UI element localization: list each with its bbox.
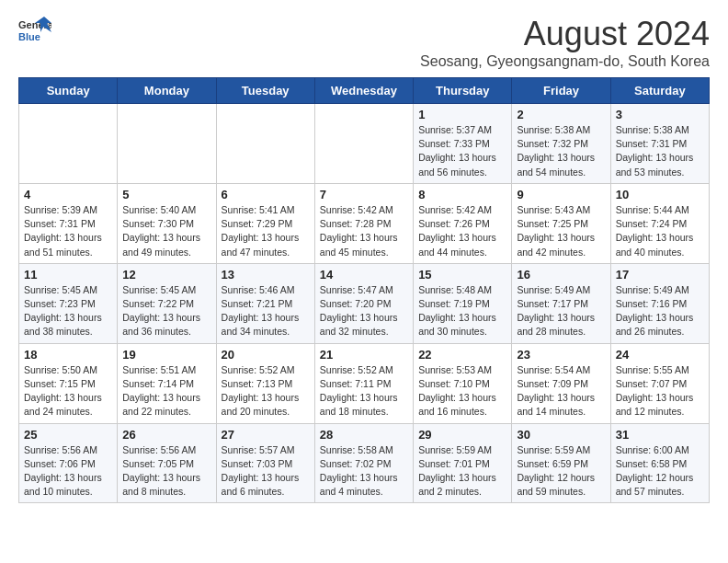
calendar-cell: 25Sunrise: 5:56 AM Sunset: 7:06 PM Dayli… — [19, 423, 118, 503]
title-area: August 2024 Seosang, Gyeongsangnam-do, S… — [420, 15, 710, 70]
day-info: Sunrise: 5:44 AM Sunset: 7:24 PM Dayligh… — [616, 203, 704, 259]
day-number: 17 — [616, 268, 704, 282]
calendar-cell: 15Sunrise: 5:48 AM Sunset: 7:19 PM Dayli… — [414, 263, 512, 343]
calendar-cell: 24Sunrise: 5:55 AM Sunset: 7:07 PM Dayli… — [610, 343, 709, 423]
header: General Blue August 2024 Seosang, Gyeong… — [18, 15, 710, 70]
calendar-body: 1Sunrise: 5:37 AM Sunset: 7:33 PM Daylig… — [19, 104, 710, 503]
calendar-cell: 23Sunrise: 5:54 AM Sunset: 7:09 PM Dayli… — [512, 343, 610, 423]
calendar-cell: 28Sunrise: 5:58 AM Sunset: 7:02 PM Dayli… — [314, 423, 413, 503]
day-info: Sunrise: 5:50 AM Sunset: 7:15 PM Dayligh… — [24, 363, 112, 419]
day-info: Sunrise: 5:38 AM Sunset: 7:31 PM Dayligh… — [616, 123, 704, 179]
day-number: 3 — [616, 108, 704, 121]
day-number: 12 — [122, 268, 210, 282]
day-number: 29 — [418, 428, 506, 442]
day-number: 1 — [418, 108, 506, 121]
calendar-cell: 18Sunrise: 5:50 AM Sunset: 7:15 PM Dayli… — [19, 343, 118, 423]
calendar-cell: 22Sunrise: 5:53 AM Sunset: 7:10 PM Dayli… — [414, 343, 512, 423]
day-info: Sunrise: 5:52 AM Sunset: 7:13 PM Dayligh… — [222, 363, 310, 419]
month-title: August 2024 — [420, 15, 710, 53]
day-info: Sunrise: 5:45 AM Sunset: 7:22 PM Dayligh… — [122, 283, 210, 339]
calendar-cell — [216, 104, 314, 184]
day-number: 14 — [320, 268, 408, 282]
day-info: Sunrise: 5:41 AM Sunset: 7:29 PM Dayligh… — [222, 203, 310, 259]
calendar-cell: 8Sunrise: 5:42 AM Sunset: 7:26 PM Daylig… — [414, 183, 512, 263]
day-info: Sunrise: 5:45 AM Sunset: 7:23 PM Dayligh… — [24, 283, 112, 339]
calendar-cell: 17Sunrise: 5:49 AM Sunset: 7:16 PM Dayli… — [610, 263, 709, 343]
calendar-cell: 13Sunrise: 5:46 AM Sunset: 7:21 PM Dayli… — [216, 263, 314, 343]
day-info: Sunrise: 6:00 AM Sunset: 6:58 PM Dayligh… — [616, 443, 704, 500]
day-info: Sunrise: 5:58 AM Sunset: 7:02 PM Dayligh… — [320, 443, 408, 500]
day-number: 13 — [222, 268, 310, 282]
day-number: 6 — [222, 188, 310, 201]
calendar-cell: 27Sunrise: 5:57 AM Sunset: 7:03 PM Dayli… — [216, 423, 314, 503]
calendar-cell: 3Sunrise: 5:38 AM Sunset: 7:31 PM Daylig… — [610, 104, 709, 184]
day-info: Sunrise: 5:59 AM Sunset: 7:01 PM Dayligh… — [418, 443, 506, 500]
day-number: 8 — [418, 188, 506, 201]
calendar-cell: 31Sunrise: 6:00 AM Sunset: 6:58 PM Dayli… — [610, 423, 709, 503]
day-info: Sunrise: 5:46 AM Sunset: 7:21 PM Dayligh… — [222, 283, 310, 339]
weekday-header-monday: Monday — [118, 78, 216, 104]
day-number: 31 — [616, 428, 704, 442]
calendar-cell — [118, 104, 216, 184]
calendar-table: SundayMondayTuesdayWednesdayThursdayFrid… — [18, 77, 710, 503]
day-number: 10 — [616, 188, 704, 201]
svg-text:Blue: Blue — [18, 31, 40, 42]
calendar-cell: 29Sunrise: 5:59 AM Sunset: 7:01 PM Dayli… — [414, 423, 512, 503]
day-info: Sunrise: 5:49 AM Sunset: 7:17 PM Dayligh… — [517, 283, 605, 339]
day-number: 4 — [24, 188, 112, 201]
calendar-cell: 12Sunrise: 5:45 AM Sunset: 7:22 PM Dayli… — [118, 263, 216, 343]
day-number: 2 — [517, 108, 605, 121]
day-info: Sunrise: 5:51 AM Sunset: 7:14 PM Dayligh… — [122, 363, 210, 419]
calendar-cell: 21Sunrise: 5:52 AM Sunset: 7:11 PM Dayli… — [314, 343, 413, 423]
day-info: Sunrise: 5:40 AM Sunset: 7:30 PM Dayligh… — [122, 203, 210, 259]
day-number: 24 — [616, 348, 704, 362]
day-info: Sunrise: 5:42 AM Sunset: 7:28 PM Dayligh… — [320, 203, 408, 259]
calendar-header: SundayMondayTuesdayWednesdayThursdayFrid… — [19, 78, 710, 104]
calendar-cell: 30Sunrise: 5:59 AM Sunset: 6:59 PM Dayli… — [512, 423, 610, 503]
day-number: 7 — [320, 188, 408, 201]
day-number: 5 — [122, 188, 210, 201]
calendar-cell: 11Sunrise: 5:45 AM Sunset: 7:23 PM Dayli… — [19, 263, 118, 343]
day-number: 20 — [222, 348, 310, 362]
day-number: 27 — [222, 428, 310, 442]
calendar-cell — [19, 104, 118, 184]
day-info: Sunrise: 5:52 AM Sunset: 7:11 PM Dayligh… — [320, 363, 408, 419]
day-info: Sunrise: 5:55 AM Sunset: 7:07 PM Dayligh… — [616, 363, 704, 419]
day-number: 26 — [122, 428, 210, 442]
calendar-week-1: 1Sunrise: 5:37 AM Sunset: 7:33 PM Daylig… — [19, 104, 710, 184]
calendar-cell: 1Sunrise: 5:37 AM Sunset: 7:33 PM Daylig… — [414, 104, 512, 184]
day-number: 9 — [517, 188, 605, 201]
day-info: Sunrise: 5:59 AM Sunset: 6:59 PM Dayligh… — [517, 443, 605, 500]
location-title: Seosang, Gyeongsangnam-do, South Korea — [420, 53, 710, 70]
day-info: Sunrise: 5:48 AM Sunset: 7:19 PM Dayligh… — [418, 283, 506, 339]
day-number: 28 — [320, 428, 408, 442]
calendar-cell: 26Sunrise: 5:56 AM Sunset: 7:05 PM Dayli… — [118, 423, 216, 503]
weekday-header-saturday: Saturday — [610, 78, 709, 104]
calendar-week-3: 11Sunrise: 5:45 AM Sunset: 7:23 PM Dayli… — [19, 263, 710, 343]
logo: General Blue — [18, 15, 51, 48]
calendar-cell: 9Sunrise: 5:43 AM Sunset: 7:25 PM Daylig… — [512, 183, 610, 263]
calendar-cell — [314, 104, 413, 184]
day-info: Sunrise: 5:42 AM Sunset: 7:26 PM Dayligh… — [418, 203, 506, 259]
calendar-cell: 10Sunrise: 5:44 AM Sunset: 7:24 PM Dayli… — [610, 183, 709, 263]
weekday-header-thursday: Thursday — [414, 78, 512, 104]
day-info: Sunrise: 5:43 AM Sunset: 7:25 PM Dayligh… — [517, 203, 605, 259]
weekday-header-tuesday: Tuesday — [216, 78, 314, 104]
day-info: Sunrise: 5:37 AM Sunset: 7:33 PM Dayligh… — [418, 123, 506, 179]
calendar-cell: 2Sunrise: 5:38 AM Sunset: 7:32 PM Daylig… — [512, 104, 610, 184]
day-info: Sunrise: 5:57 AM Sunset: 7:03 PM Dayligh… — [222, 443, 310, 500]
calendar-cell: 19Sunrise: 5:51 AM Sunset: 7:14 PM Dayli… — [118, 343, 216, 423]
calendar-cell: 7Sunrise: 5:42 AM Sunset: 7:28 PM Daylig… — [314, 183, 413, 263]
day-info: Sunrise: 5:38 AM Sunset: 7:32 PM Dayligh… — [517, 123, 605, 179]
calendar-cell: 14Sunrise: 5:47 AM Sunset: 7:20 PM Dayli… — [314, 263, 413, 343]
calendar-cell: 6Sunrise: 5:41 AM Sunset: 7:29 PM Daylig… — [216, 183, 314, 263]
weekday-header-sunday: Sunday — [19, 78, 118, 104]
day-info: Sunrise: 5:39 AM Sunset: 7:31 PM Dayligh… — [24, 203, 112, 259]
day-number: 23 — [517, 348, 605, 362]
day-number: 15 — [418, 268, 506, 282]
day-number: 18 — [24, 348, 112, 362]
day-info: Sunrise: 5:49 AM Sunset: 7:16 PM Dayligh… — [616, 283, 704, 339]
calendar-cell: 16Sunrise: 5:49 AM Sunset: 7:17 PM Dayli… — [512, 263, 610, 343]
day-number: 19 — [122, 348, 210, 362]
calendar-week-4: 18Sunrise: 5:50 AM Sunset: 7:15 PM Dayli… — [19, 343, 710, 423]
